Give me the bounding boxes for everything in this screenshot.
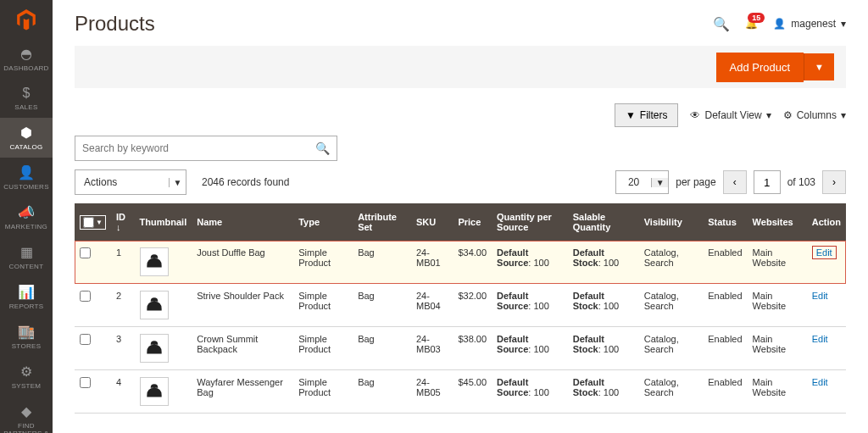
nav-catalog[interactable]: ⬢CATALOG (0, 118, 53, 158)
filters-button[interactable]: ▼Filters (615, 103, 679, 127)
select-all-checkbox[interactable]: ▼ (80, 215, 106, 230)
row-checkbox[interactable] (80, 334, 91, 345)
cell-sku: 24-MB01 (411, 241, 453, 284)
col-id[interactable]: ID ↓ (111, 203, 135, 241)
prev-page-button[interactable]: ‹ (723, 170, 747, 194)
cell-visibility: Catalog, Search (639, 284, 704, 327)
cell-type: Simple Product (293, 370, 353, 414)
col-salable[interactable]: Salable Quantity (568, 203, 639, 241)
row-checkbox[interactable] (80, 291, 91, 302)
columns-button[interactable]: ⚙Columns▾ (783, 109, 846, 121)
product-thumbnail (140, 247, 169, 276)
product-thumbnail (140, 291, 169, 319)
nav-marketing[interactable]: 📣MARKETING (0, 197, 53, 237)
cell-id: 1 (111, 241, 135, 284)
megaphone-icon: 📣 (18, 204, 35, 220)
nav-partners[interactable]: ◆FIND PARTNERS & EXTENSIONS (0, 397, 53, 433)
col-websites[interactable]: Websites (748, 203, 807, 241)
table-row[interactable]: 4Wayfarer Messenger BagSimple ProductBag… (75, 370, 846, 414)
admin-sidebar: ◓DASHBOARD $SALES ⬢CATALOG 👤CUSTOMERS 📣M… (0, 0, 53, 433)
table-row[interactable]: 1Joust Duffle BagSimple ProductBag24-MB0… (75, 241, 846, 284)
per-page-label: per page (676, 176, 715, 188)
col-attrset[interactable]: Attribute Set (353, 203, 411, 241)
nav-content[interactable]: ▦CONTENT (0, 237, 53, 277)
cell-websites: Main Website (748, 284, 807, 327)
cell-name: Wayfarer Messenger Bag (192, 370, 293, 414)
gauge-icon: ◓ (20, 46, 32, 62)
notification-count: 15 (748, 13, 765, 23)
col-name[interactable]: Name (192, 203, 293, 241)
products-grid: ▼ ID ↓ Thumbnail Name Type Attribute Set… (75, 203, 846, 414)
magento-logo[interactable] (0, 0, 53, 39)
col-sku[interactable]: SKU (411, 203, 453, 241)
chevron-down-icon: ▾ (841, 18, 846, 30)
cell-status: Enabled (703, 241, 747, 284)
mass-actions-select[interactable]: Actions ▼ (75, 169, 186, 195)
cell-name: Crown Summit Backpack (192, 327, 293, 370)
next-page-button[interactable]: › (822, 170, 846, 194)
per-page-select[interactable]: 20 ▼ (615, 170, 669, 194)
cell-price: $38.00 (453, 327, 492, 370)
global-search-icon[interactable]: 🔍 (713, 16, 730, 32)
chevron-down-icon: ▼ (96, 219, 103, 226)
edit-link[interactable]: Edit (812, 291, 828, 301)
col-type[interactable]: Type (293, 203, 353, 241)
cell-attr: Bag (353, 241, 411, 284)
table-row[interactable]: 2Strive Shoulder PackSimple ProductBag24… (75, 284, 846, 327)
notifications-button[interactable]: 🔔 15 (745, 18, 758, 30)
row-checkbox[interactable] (80, 377, 91, 388)
col-visibility[interactable]: Visibility (639, 203, 704, 241)
cell-salable: Default Stock: 100 (568, 327, 639, 370)
product-thumbnail (140, 334, 169, 363)
cell-type: Simple Product (293, 284, 353, 327)
col-action[interactable]: Action (807, 203, 846, 241)
chevron-down-icon: ▾ (766, 109, 771, 121)
dollar-icon: $ (23, 86, 31, 101)
chevron-down-icon: ▼ (169, 178, 186, 187)
user-menu[interactable]: 👤 magenest ▾ (773, 18, 846, 30)
current-page-input[interactable] (754, 170, 781, 194)
row-checkbox[interactable] (80, 247, 91, 258)
cell-name: Joust Duffle Bag (192, 241, 293, 284)
records-found-label: 2046 records found (202, 176, 289, 188)
col-price[interactable]: Price (453, 203, 492, 241)
cell-id: 2 (111, 284, 135, 327)
bars-icon: 📊 (18, 284, 35, 300)
nav-sales[interactable]: $SALES (0, 79, 53, 118)
funnel-icon: ▼ (626, 109, 636, 121)
add-product-dropdown[interactable]: ▼ (804, 53, 834, 80)
gear-icon: ⚙ (783, 109, 793, 121)
col-thumbnail[interactable]: Thumbnail (135, 203, 192, 241)
nav-customers[interactable]: 👤CUSTOMERS (0, 158, 53, 197)
cell-type: Simple Product (293, 241, 353, 284)
default-view-button[interactable]: 👁Default View▾ (690, 109, 771, 121)
store-icon: 🏬 (18, 324, 35, 340)
search-submit-icon[interactable]: 🔍 (308, 142, 337, 155)
cell-visibility: Catalog, Search (639, 327, 704, 370)
search-input[interactable] (75, 142, 308, 154)
user-icon: 👤 (773, 18, 786, 30)
nav-system[interactable]: ⚙SYSTEM (0, 357, 53, 397)
cell-price: $32.00 (453, 284, 492, 327)
cell-visibility: Catalog, Search (639, 241, 704, 284)
add-product-button[interactable]: Add Product (716, 53, 804, 82)
edit-link[interactable]: Edit (812, 377, 828, 387)
page-title: Products (75, 12, 155, 36)
nav-reports[interactable]: 📊REPORTS (0, 277, 53, 317)
cell-price: $45.00 (453, 370, 492, 414)
product-thumbnail (140, 377, 169, 406)
edit-link[interactable]: Edit (812, 334, 828, 344)
cell-sku: 24-MB05 (411, 370, 453, 414)
cell-qps: Default Source: 100 (492, 370, 568, 414)
person-icon: 👤 (18, 164, 35, 180)
cell-qps: Default Source: 100 (492, 327, 568, 370)
nav-dashboard[interactable]: ◓DASHBOARD (0, 39, 53, 79)
table-row[interactable]: 3Crown Summit BackpackSimple ProductBag2… (75, 327, 846, 370)
cell-price: $34.00 (453, 241, 492, 284)
cell-salable: Default Stock: 100 (568, 241, 639, 284)
col-qps[interactable]: Quantity per Source (492, 203, 568, 241)
cell-sku: 24-MB04 (411, 284, 453, 327)
edit-link[interactable]: Edit (812, 246, 837, 259)
col-status[interactable]: Status (703, 203, 747, 241)
nav-stores[interactable]: 🏬STORES (0, 317, 53, 357)
